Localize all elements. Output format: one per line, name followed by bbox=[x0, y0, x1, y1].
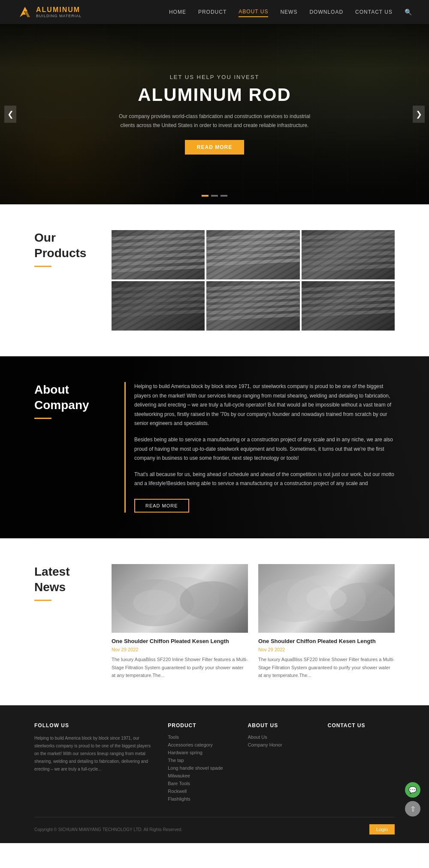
footer-link-rockwell[interactable]: Rockwell bbox=[168, 789, 235, 794]
nav-news[interactable]: NEWS bbox=[280, 7, 297, 17]
svg-line-31 bbox=[302, 292, 395, 296]
product-item-4[interactable] bbox=[112, 281, 205, 331]
nav-home[interactable]: HOME bbox=[169, 7, 186, 17]
header: ALUMINUM BUILDING MATERIAL HOME PRODUCT … bbox=[0, 0, 429, 24]
footer-login-button[interactable]: Login bbox=[369, 824, 395, 835]
svg-line-19 bbox=[112, 285, 205, 290]
svg-line-2 bbox=[112, 234, 205, 239]
logo-subtitle: BUILDING MATERIAL bbox=[36, 14, 82, 18]
svg-line-16 bbox=[302, 253, 395, 257]
footer-link-bare-tools[interactable]: Bare Tools bbox=[168, 781, 235, 786]
news-date-2: Nov 29 2022 bbox=[258, 647, 395, 652]
footer-link-tools[interactable]: Tools bbox=[168, 734, 235, 740]
footer-link-tap[interactable]: The tap bbox=[168, 758, 235, 763]
hero-description: Our company provides world-class fabrica… bbox=[112, 112, 317, 130]
hero-title: ALUMINUM ROD bbox=[112, 85, 317, 105]
hero-dot-1[interactable] bbox=[202, 195, 208, 197]
news-date-1: Nov 29 2022 bbox=[112, 647, 248, 652]
hero-content: LET US HELP YOU INVEST ALUMINUM ROD Our … bbox=[112, 74, 317, 155]
svg-line-20 bbox=[112, 292, 205, 296]
hero-dot-3[interactable] bbox=[221, 195, 227, 197]
news-grid: One Shoulder Chiffon Pleated Kesen Lengt… bbox=[112, 564, 395, 680]
svg-line-12 bbox=[206, 260, 299, 264]
footer-copyright: Copyright © SICHUAN MIANYANG TECHNOLOGY … bbox=[34, 827, 182, 832]
products-section: OurProducts bbox=[0, 204, 429, 356]
logo-icon bbox=[17, 4, 33, 20]
search-icon[interactable]: 🔍 bbox=[405, 9, 412, 15]
svg-line-14 bbox=[302, 240, 395, 244]
svg-line-30 bbox=[302, 285, 395, 290]
chat-button[interactable]: 💬 bbox=[405, 782, 420, 798]
footer-product: PRODUCT Tools Accessories category Hardw… bbox=[168, 722, 235, 804]
hero-next-button[interactable]: ❯ bbox=[413, 106, 425, 123]
footer-grid: FOLLOW US Helping to build America block… bbox=[34, 722, 395, 804]
hero-dot-2[interactable] bbox=[211, 195, 218, 197]
logo-text: ALUMINUM BUILDING MATERIAL bbox=[36, 6, 82, 18]
footer-bottom: Copyright © SICHUAN MIANYANG TECHNOLOGY … bbox=[34, 817, 395, 835]
footer-follow-desc: Helping to build America block by block … bbox=[34, 734, 155, 773]
svg-line-15 bbox=[302, 246, 395, 251]
footer-link-accessories[interactable]: Accessories category bbox=[168, 742, 235, 747]
product-item-5[interactable] bbox=[206, 281, 299, 331]
hero-section: LET US HELP YOU INVEST ALUMINUM ROD Our … bbox=[0, 24, 429, 204]
footer-about-title: ABOUT US bbox=[248, 722, 315, 728]
footer-contact: CONTACT US bbox=[328, 722, 395, 804]
footer-product-title: PRODUCT bbox=[168, 722, 235, 728]
footer-follow-title: FOLLOW US bbox=[34, 722, 155, 728]
nav-download[interactable]: DOWNLOAD bbox=[309, 7, 343, 17]
svg-line-4 bbox=[112, 247, 205, 252]
nav-about[interactable]: ABOUT US bbox=[239, 7, 268, 17]
hero-read-more-button[interactable]: READ MORE bbox=[185, 140, 244, 155]
products-grid bbox=[112, 230, 395, 331]
footer-link-milwaukee[interactable]: Milwaukee bbox=[168, 773, 235, 778]
svg-line-17 bbox=[302, 259, 395, 264]
about-label: AboutCompany bbox=[34, 382, 103, 419]
nav-contact[interactable]: CONTACT US bbox=[355, 7, 393, 17]
logo: ALUMINUM BUILDING MATERIAL bbox=[17, 4, 82, 20]
svg-point-42 bbox=[306, 586, 347, 610]
footer-link-about-us[interactable]: About Us bbox=[248, 734, 315, 740]
svg-line-32 bbox=[302, 298, 395, 303]
about-read-more-button[interactable]: READ MORE bbox=[134, 499, 189, 513]
svg-line-6 bbox=[112, 260, 205, 264]
svg-line-29 bbox=[206, 315, 299, 319]
product-item-1[interactable] bbox=[112, 230, 205, 279]
svg-line-23 bbox=[112, 311, 205, 316]
svg-point-37 bbox=[180, 581, 245, 620]
svg-line-11 bbox=[206, 254, 299, 258]
products-underline bbox=[34, 266, 51, 267]
svg-line-33 bbox=[302, 305, 395, 309]
svg-point-38 bbox=[133, 590, 176, 616]
svg-line-9 bbox=[206, 241, 299, 245]
about-para-1: Helping to build America block by block … bbox=[134, 382, 395, 428]
hero-prev-button[interactable]: ❮ bbox=[4, 106, 16, 123]
svg-line-27 bbox=[206, 303, 299, 307]
about-section: AboutCompany Helping to build America bl… bbox=[0, 356, 429, 538]
scroll-top-button[interactable]: ⇧ bbox=[405, 801, 420, 816]
footer-link-company-honor[interactable]: Company Honor bbox=[248, 742, 315, 747]
svg-line-22 bbox=[112, 305, 205, 309]
news-label: LatestNews bbox=[34, 564, 94, 601]
about-heading: AboutCompany bbox=[34, 382, 103, 413]
svg-marker-1 bbox=[25, 7, 30, 17]
footer-link-hardware[interactable]: Hardware spring bbox=[168, 750, 235, 755]
footer-link-shovel[interactable]: Long handle shovel spade bbox=[168, 765, 235, 771]
svg-line-3 bbox=[112, 241, 205, 245]
product-item-2[interactable] bbox=[206, 230, 299, 279]
footer-link-flashlights[interactable]: Flashlights bbox=[168, 796, 235, 801]
product-item-3[interactable] bbox=[302, 230, 395, 279]
footer: FOLLOW US Helping to build America block… bbox=[0, 705, 429, 843]
news-desc-1: The luxury AquaBliss SF220 Inline Shower… bbox=[112, 656, 248, 680]
svg-line-34 bbox=[302, 311, 395, 316]
hero-subtitle: LET US HELP YOU INVEST bbox=[112, 74, 317, 80]
nav-product[interactable]: PRODUCT bbox=[198, 7, 227, 17]
svg-line-10 bbox=[206, 247, 299, 252]
products-heading: OurProducts bbox=[34, 230, 94, 261]
news-image-1 bbox=[112, 564, 248, 633]
product-item-6[interactable] bbox=[302, 281, 395, 331]
svg-line-28 bbox=[206, 309, 299, 313]
svg-line-21 bbox=[112, 298, 205, 303]
svg-line-7 bbox=[112, 267, 205, 271]
about-para-2: Besides being able to service a manufact… bbox=[134, 435, 395, 463]
about-content: Helping to build America block by block … bbox=[124, 382, 395, 513]
